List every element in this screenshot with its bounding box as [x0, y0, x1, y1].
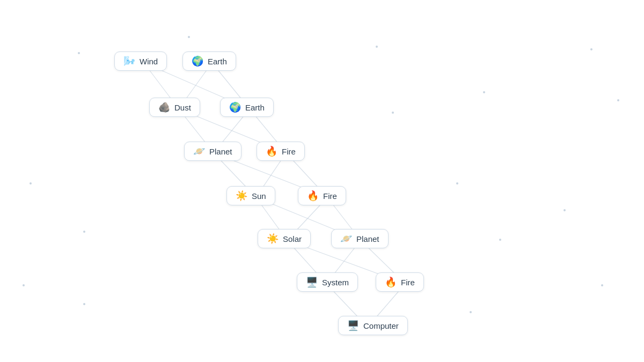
node-icon-planet1: 🪐	[193, 146, 205, 156]
decorative-dot	[617, 99, 619, 101]
decorative-dot	[564, 209, 566, 211]
node-label-fire1: Fire	[282, 147, 296, 156]
node-earth1[interactable]: 🌍Earth	[182, 51, 236, 71]
node-label-fire3: Fire	[401, 278, 415, 287]
node-fire3[interactable]: 🔥Fire	[376, 272, 424, 292]
node-planet2[interactable]: 🪐Planet	[331, 229, 389, 248]
node-label-wind: Wind	[140, 57, 158, 66]
node-label-earth1: Earth	[208, 57, 227, 66]
connection-lines	[0, 0, 644, 362]
node-label-system: System	[322, 278, 349, 287]
node-earth2[interactable]: 🌍Earth	[220, 98, 274, 117]
node-icon-fire3: 🔥	[385, 277, 397, 287]
decorative-dot	[590, 48, 592, 50]
decorative-dot	[470, 311, 472, 313]
decorative-dot	[23, 284, 25, 286]
decorative-dot	[456, 182, 458, 184]
node-icon-solar: ☀️	[267, 234, 279, 243]
node-icon-dust: 🪨	[158, 102, 170, 112]
decorative-dot	[83, 231, 85, 233]
node-fire2[interactable]: 🔥Fire	[298, 186, 346, 205]
node-dust[interactable]: 🪨Dust	[149, 98, 200, 117]
node-system[interactable]: 🖥️System	[297, 272, 358, 292]
node-planet1[interactable]: 🪐Planet	[184, 142, 241, 161]
node-label-planet1: Planet	[209, 147, 232, 156]
decorative-dot	[601, 284, 603, 286]
node-icon-sun: ☀️	[236, 191, 247, 201]
node-icon-wind: 🌬️	[123, 56, 135, 66]
node-label-solar: Solar	[283, 234, 302, 243]
node-icon-earth1: 🌍	[192, 56, 203, 66]
node-label-sun: Sun	[252, 191, 266, 201]
node-icon-fire1: 🔥	[266, 146, 277, 156]
node-label-fire2: Fire	[323, 191, 337, 201]
node-label-earth2: Earth	[245, 103, 265, 112]
decorative-dot	[30, 182, 32, 184]
node-label-computer: Computer	[363, 321, 399, 330]
decorative-dot	[376, 46, 378, 48]
node-sun[interactable]: ☀️Sun	[226, 186, 275, 205]
node-wind[interactable]: 🌬️Wind	[114, 51, 167, 71]
decorative-dot	[392, 112, 394, 114]
decorative-dot	[78, 52, 80, 54]
decorative-dot	[83, 303, 85, 305]
node-icon-system: 🖥️	[306, 277, 318, 287]
node-icon-computer: 🖥️	[347, 321, 359, 330]
node-label-planet2: Planet	[356, 234, 379, 243]
decorative-dot	[499, 239, 501, 241]
node-icon-fire2: 🔥	[307, 191, 319, 201]
node-solar[interactable]: ☀️Solar	[258, 229, 311, 248]
decorative-dot	[188, 36, 190, 38]
decorative-dot	[483, 91, 485, 93]
node-icon-earth2: 🌍	[229, 102, 241, 112]
node-computer[interactable]: 🖥️Computer	[338, 316, 408, 335]
node-icon-planet2: 🪐	[340, 234, 352, 243]
node-fire1[interactable]: 🔥Fire	[257, 142, 305, 161]
node-label-dust: Dust	[174, 103, 191, 112]
